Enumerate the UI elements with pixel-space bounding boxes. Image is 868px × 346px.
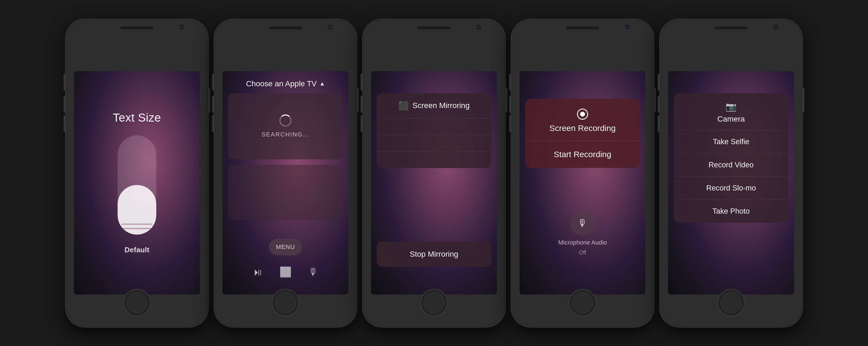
iphone-4: Screen Recording Start Recording 🎙 Micro… [511, 19, 654, 327]
screen-3: ⬛ Screen Mirroring Stop Mirroring [371, 71, 497, 295]
take-photo-label: Take Photo [712, 207, 750, 216]
mirroring-header-row: ⬛ Screen Mirroring [377, 93, 491, 118]
chevron-up-icon: ▲ [319, 80, 325, 87]
speaker-2 [269, 27, 302, 29]
camera-icon: 📷 [725, 101, 737, 112]
screen-icon[interactable]: ⬜ [279, 266, 292, 278]
speaker-5 [714, 27, 748, 29]
home-button-5[interactable] [717, 289, 745, 316]
recording-panel: Screen Recording Start Recording [525, 99, 640, 168]
empty-row-1 [377, 118, 491, 135]
home-button-3[interactable] [420, 289, 448, 316]
iphone-2: Choose an Apple TV ▲ SEARCHING... MENU ⏯… [214, 19, 357, 327]
record-video-label: Record Video [708, 161, 753, 169]
top-bar-3 [362, 19, 506, 43]
camera-panel: 📷 Camera Take Selfie Record Video Record… [674, 93, 788, 223]
screen-5: 📷 Camera Take Selfie Record Video Record… [668, 71, 794, 295]
menu-button[interactable]: MENU [269, 239, 302, 255]
mic-panel: 🎙 Microphone Audio Off [520, 211, 646, 256]
mic-audio-label: Microphone Audio [558, 239, 607, 246]
mic-status: Off [579, 249, 586, 256]
apple-tv-label: Choose an Apple TV [246, 79, 317, 88]
iphone-5: 📷 Camera Take Selfie Record Video Record… [659, 19, 803, 327]
start-recording-label: Start Recording [554, 150, 611, 159]
loading-spinner [279, 114, 291, 127]
mirroring-empty-rows [377, 118, 491, 168]
camera-option-video[interactable]: Record Video [674, 153, 788, 177]
take-selfie-label: Take Selfie [713, 138, 749, 146]
camera-option-slomo[interactable]: Record Slo-mo [674, 177, 788, 200]
record-dot-inner [580, 112, 585, 116]
camera-dot-3 [476, 25, 481, 29]
screen-content-1: Text Size Default [74, 71, 200, 295]
iphone-1: Text Size Default [65, 19, 209, 327]
mirroring-icon: ⬛ [398, 101, 409, 110]
screen-4: Screen Recording Start Recording 🎙 Micro… [520, 71, 646, 295]
stop-mirroring-panel[interactable]: Stop Mirroring [377, 242, 491, 267]
screen-1: Text Size Default [74, 71, 200, 295]
camera-title: Camera [717, 115, 745, 124]
record-slomo-label: Record Slo-mo [706, 184, 756, 193]
empty-row-2 [377, 135, 491, 152]
mic-circle[interactable]: 🎙 [570, 211, 595, 236]
empty-row-3 [377, 152, 491, 168]
camera-header: 📷 Camera [674, 93, 788, 130]
searching-text: SEARCHING... [261, 131, 309, 138]
mirroring-label: Screen Mirroring [412, 101, 470, 110]
speaker-4 [566, 27, 599, 29]
speaker-3 [417, 27, 451, 29]
top-bar-2 [214, 19, 357, 43]
phones-container: Text Size Default [57, 10, 811, 336]
top-bar-4 [511, 19, 654, 43]
play-pause-icon[interactable]: ⏯ [253, 266, 263, 278]
speaker-1 [120, 27, 154, 29]
recording-header: Screen Recording [525, 99, 640, 141]
apple-tv-header[interactable]: Choose an Apple TV ▲ [222, 79, 348, 88]
home-button-1[interactable] [123, 289, 151, 316]
record-dot-icon [577, 109, 588, 119]
camera-option-photo[interactable]: Take Photo [674, 200, 788, 223]
camera-option-selfie[interactable]: Take Selfie [674, 130, 788, 153]
mirroring-panel: ⬛ Screen Mirroring [377, 93, 491, 168]
top-bar-1 [65, 19, 209, 43]
remote-row: ⏯ ⬜ 🎙 [253, 266, 318, 278]
slider-lines [122, 223, 152, 229]
recording-title: Screen Recording [549, 124, 616, 133]
slider-fill [118, 185, 156, 235]
empty-box [228, 165, 343, 220]
slider-line-2 [122, 228, 152, 229]
mic-icon[interactable]: 🎙 [308, 266, 318, 278]
default-label: Default [125, 246, 149, 254]
iphone-3: ⬛ Screen Mirroring Stop Mirroring [362, 19, 506, 327]
searching-box: SEARCHING... [228, 93, 343, 159]
start-recording-button[interactable]: Start Recording [525, 141, 640, 168]
screen-2: Choose an Apple TV ▲ SEARCHING... MENU ⏯… [222, 71, 348, 295]
top-bar-5 [659, 19, 803, 43]
home-button-2[interactable] [272, 289, 299, 316]
stop-mirroring-label: Stop Mirroring [410, 250, 458, 258]
camera-dot-2 [328, 25, 332, 29]
camera-dot-4 [625, 25, 629, 29]
remote-controls: MENU ⏯ ⬜ 🎙 [222, 239, 348, 278]
slider-line-1 [122, 223, 152, 225]
camera-dot-1 [180, 25, 184, 29]
home-button-4[interactable] [569, 289, 596, 316]
text-size-title: Text Size [113, 111, 161, 124]
text-size-slider[interactable] [118, 135, 156, 235]
camera-dot-5 [774, 25, 778, 29]
